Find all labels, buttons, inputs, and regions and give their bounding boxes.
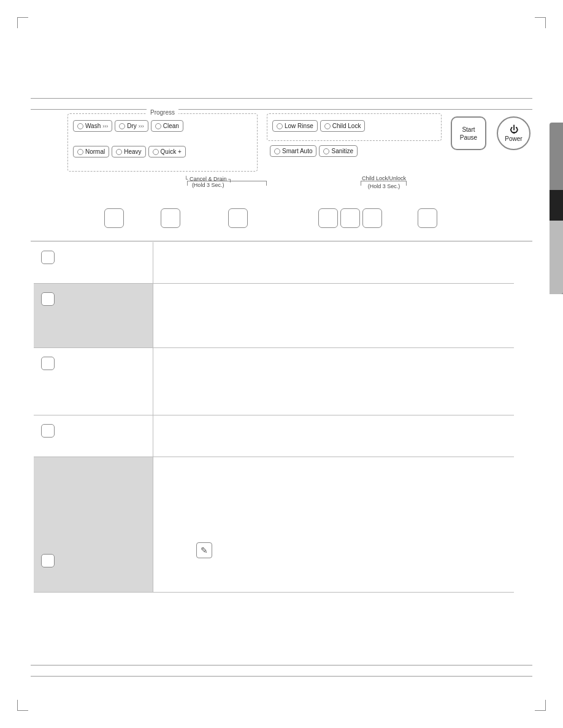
row-3-checkbox[interactable] <box>41 357 55 370</box>
table-row-3-right <box>153 348 514 415</box>
normal-circle <box>77 149 83 155</box>
table-row-4 <box>34 415 514 457</box>
bottom-btn-4[interactable] <box>318 208 338 228</box>
quickplus-btn[interactable]: Quick + <box>148 146 186 157</box>
heavy-btn[interactable]: Heavy <box>112 146 145 157</box>
progress-row: Wash ››› Dry ››› Clean <box>73 120 183 132</box>
dry-label: Dry <box>127 123 137 129</box>
smartauto-circle <box>274 148 280 154</box>
table-row-5-left <box>34 457 153 592</box>
heavy-circle <box>116 149 122 155</box>
sanitize-circle <box>323 148 329 154</box>
right-side-tab-black <box>550 190 563 221</box>
bottom-btn-3[interactable] <box>228 208 248 228</box>
dry-circle <box>119 123 125 129</box>
table-row-2 <box>34 284 514 348</box>
start-pause-label: StartPause <box>460 126 477 142</box>
child-lock-unlock-label: Child Lock/Unlock(Hold 3 Sec.) <box>362 175 406 190</box>
heavy-label: Heavy <box>124 148 141 155</box>
clean-label: Clean <box>163 123 179 129</box>
bottom-btn-1[interactable] <box>104 208 124 228</box>
table-row-5-right <box>153 457 514 592</box>
bottom-btn-2[interactable] <box>161 208 180 228</box>
childlock-circle <box>324 123 331 129</box>
corner-mark-tr <box>535 17 546 28</box>
cycle-row: Normal Heavy Quick + <box>73 146 186 157</box>
clean-btn[interactable]: Clean <box>151 120 183 132</box>
power-label: Power <box>505 135 522 142</box>
table-row-1-left <box>34 242 153 283</box>
quickplus-label: Quick + <box>161 148 182 155</box>
table-row-3 <box>34 348 514 415</box>
wash-circle <box>77 123 83 129</box>
table-row-1-right <box>153 242 514 283</box>
cancel-drain-label: └ Cancel & Drain ┐(Hold 3 Sec.) <box>184 176 232 188</box>
panel-diagram-area: Progress Wash ››› Dry ››› Clean <box>34 107 514 236</box>
note-icon <box>196 542 212 558</box>
dry-btn[interactable]: Dry ››› <box>115 120 148 132</box>
row-1-checkbox[interactable] <box>41 251 55 264</box>
extra-cycle-row: Smart Auto Sanitize <box>270 145 358 157</box>
h-line-bottom2 <box>31 676 532 677</box>
h-line-bottom <box>31 665 532 665</box>
start-pause-button[interactable]: StartPause <box>451 116 486 150</box>
sanitize-btn[interactable]: Sanitize <box>319 145 358 157</box>
bottom-btn-5[interactable] <box>340 208 360 228</box>
wash-label: Wash <box>85 123 101 129</box>
bottom-btn-6[interactable] <box>362 208 382 228</box>
power-icon: ⏻ <box>510 124 518 134</box>
h-line-mid <box>31 241 532 241</box>
corner-mark-bl <box>17 700 28 711</box>
wash-arrows: ››› <box>102 123 108 129</box>
normal-btn[interactable]: Normal <box>73 146 109 157</box>
bottom-btn-7[interactable] <box>418 208 437 228</box>
table-row-4-left <box>34 415 153 457</box>
table-row-4-right <box>153 415 514 457</box>
normal-label: Normal <box>85 148 105 155</box>
lowrinse-btn[interactable]: Low Rinse <box>272 120 318 132</box>
h-line-top <box>31 98 532 99</box>
smartauto-label: Smart Auto <box>282 148 312 154</box>
topright-row: Low Rinse Child Lock <box>272 120 365 132</box>
quickplus-circle <box>153 149 159 155</box>
row-4-checkbox[interactable] <box>41 424 55 438</box>
corner-mark-tl <box>17 17 28 28</box>
row-2-checkbox[interactable] <box>41 292 55 306</box>
progress-label: Progress <box>147 109 178 116</box>
childlock-btn[interactable]: Child Lock <box>320 120 366 132</box>
panel-diagram: Progress Wash ››› Dry ››› Clean <box>67 113 411 214</box>
power-button[interactable]: ⏻ Power <box>497 116 530 150</box>
dry-arrows: ››› <box>139 123 144 129</box>
table-row-1 <box>34 242 514 284</box>
sanitize-label: Sanitize <box>331 148 353 154</box>
bottom-buttons-row <box>67 208 534 228</box>
corner-mark-br <box>535 700 546 711</box>
progress-box: Progress Wash ››› Dry ››› Clean <box>67 113 258 172</box>
clean-circle <box>155 123 161 129</box>
table-row-5 <box>34 457 514 593</box>
row-5-checkbox[interactable] <box>41 554 55 567</box>
table-row-3-left <box>34 348 153 415</box>
childlock-label: Child Lock <box>332 123 361 129</box>
lowrinse-label: Low Rinse <box>285 123 313 129</box>
smartauto-btn[interactable]: Smart Auto <box>270 145 316 157</box>
note-icon-container <box>196 542 212 558</box>
lowrinse-circle <box>277 123 283 129</box>
cycles-box: Low Rinse Child Lock <box>267 113 442 141</box>
table-row-2-right <box>153 284 514 347</box>
right-side-tab-light <box>550 221 563 294</box>
table-row-2-left <box>34 284 153 347</box>
wash-btn[interactable]: Wash ››› <box>73 120 112 132</box>
table-section <box>34 242 514 593</box>
